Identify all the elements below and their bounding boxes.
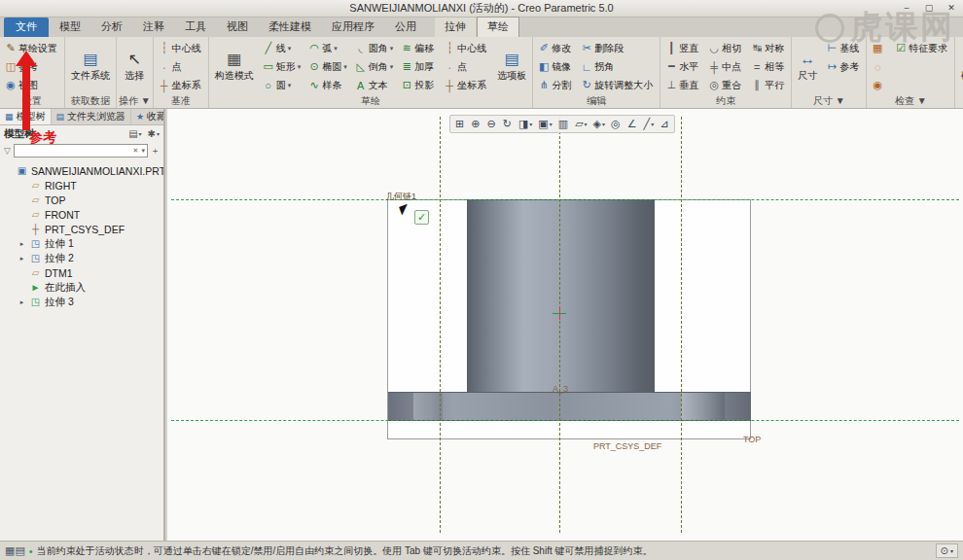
ribbon-button[interactable]: ╪ 中点 <box>705 57 746 76</box>
ribbon-button[interactable]: ◉ <box>869 76 890 94</box>
ribbon-button[interactable]: ▦ 构造模式 <box>211 39 258 94</box>
selection-filter-dropdown[interactable]: ⊙ ▾ <box>936 543 958 558</box>
ribbon-button[interactable]: ▤ 选项板 <box>493 39 530 94</box>
graphics-toolbar-button[interactable]: ⊖ <box>484 118 498 130</box>
chevron-down-icon[interactable]: ▾ <box>141 147 145 155</box>
ribbon-tab[interactable]: 公用 <box>385 18 426 37</box>
model-tree-item[interactable]: ▱ TOP <box>0 192 163 207</box>
ribbon-button[interactable]: ↻ 旋转调整大小 <box>578 76 658 94</box>
base-flange-geometry[interactable] <box>388 392 751 421</box>
maximize-button[interactable]: ▢ <box>921 2 937 15</box>
ribbon-button[interactable]: ↔ 尺寸 <box>794 39 821 94</box>
ribbon-tab[interactable]: 拉伸 <box>435 18 476 37</box>
ribbon-button[interactable]: ○ 圆 ▾ <box>260 76 304 94</box>
clear-icon[interactable]: ✕ <box>133 147 139 155</box>
ribbon-button[interactable]: ▭ 矩形 ▾ <box>260 57 304 76</box>
ribbon-button[interactable]: ⊙ 椭圆 ▾ <box>305 57 350 76</box>
model-tree-menu-button[interactable]: ✱ ▾ <box>148 128 160 139</box>
ribbon-button[interactable]: ≋ 偏移 <box>398 39 439 57</box>
close-button[interactable]: ✕ <box>944 2 959 15</box>
minimize-button[interactable]: – <box>899 2 914 15</box>
model-tree-item[interactable]: ► 在此插入 <box>0 280 163 295</box>
panel-toggle-icon[interactable]: ▦ <box>5 544 15 556</box>
ribbon-tab[interactable]: 注释 <box>133 18 174 37</box>
ribbon-button[interactable]: ∿ 样条 <box>305 76 350 94</box>
ribbon-button[interactable]: ┼ 坐标系 <box>156 76 206 94</box>
ribbon-button[interactable]: ☑ 特征要求 <box>892 39 952 57</box>
ribbon-button[interactable]: ◡ 相切 <box>705 39 746 57</box>
graphics-toolbar-button[interactable]: ⊞ <box>453 118 467 130</box>
model-tree-item[interactable]: ┼ PRT_CSYS_DEF <box>0 222 163 236</box>
vertical-reference-line[interactable] <box>440 117 441 533</box>
ribbon-button[interactable]: ≣ 加厚 <box>398 57 439 76</box>
ribbon-button[interactable]: ∙ 点 <box>156 57 206 76</box>
horizontal-reference-line[interactable] <box>171 199 959 200</box>
ribbon-button[interactable]: ◧ 镜像 <box>535 57 576 76</box>
model-tree-item[interactable]: ▸ ◳ 拉伸 3 <box>0 295 163 309</box>
ribbon-button[interactable]: ⊡ 投影 <box>398 76 439 94</box>
ribbon-button[interactable]: ┆ 中心线 <box>441 39 491 57</box>
graphics-toolbar-button[interactable]: ▱ ▾ <box>573 118 588 130</box>
ribbon-button[interactable]: ↖ 选择 <box>119 39 151 94</box>
ribbon-button[interactable]: ▤ 文件系统 <box>67 39 114 94</box>
ribbon-button[interactable]: ✐ 修改 <box>535 39 576 57</box>
ribbon-button[interactable]: A 文本 <box>352 76 397 94</box>
ribbon-button[interactable]: ◉ 视图 <box>2 76 62 94</box>
graphics-toolbar-button[interactable]: ◨ ▾ <box>517 118 534 130</box>
expand-arrow-icon[interactable]: ▸ <box>18 240 26 248</box>
model-tree-item[interactable]: ▣ SANWEIJIANMOLIANXI.PRT <box>0 163 163 178</box>
ribbon-button[interactable]: ⊥ 垂直 <box>662 76 703 94</box>
ribbon-button[interactable]: ◫ 参考 <box>2 57 62 76</box>
ribbon-button[interactable]: ✂ 删除段 <box>578 39 658 57</box>
expand-arrow-icon[interactable]: ▸ <box>18 298 26 306</box>
filter-funnel-icon[interactable]: ▽ <box>4 146 11 156</box>
ribbon-tab[interactable]: 文件 <box>4 18 49 37</box>
graphics-area[interactable]: ⊞ ⊕ ⊖ ↻ ◨ ▾ ▣ <box>167 109 963 541</box>
ribbon-group-label[interactable]: 操作 ▼ <box>119 94 151 108</box>
navigator-tab[interactable]: ▦ 模型树 <box>0 109 52 124</box>
navigator-tab[interactable]: ★ 收藏夹 <box>131 109 165 124</box>
ribbon-button[interactable]: ∟ 拐角 <box>578 57 658 76</box>
horizontal-reference-line[interactable] <box>171 420 959 421</box>
navigator-tab[interactable]: ▤ 文件夹浏览器 <box>52 109 132 124</box>
graphics-toolbar-button[interactable]: ▥ <box>556 118 571 130</box>
ribbon-button[interactable]: ┼ 坐标系 <box>441 76 491 94</box>
add-filter-button[interactable]: ＋ <box>151 145 160 158</box>
ribbon-tab[interactable]: 模型 <box>50 18 90 37</box>
vertical-reference-line[interactable] <box>559 117 560 533</box>
ribbon-button[interactable]: ∙ 点 <box>441 57 491 76</box>
graphics-toolbar-button[interactable]: ∠ <box>625 118 640 130</box>
ribbon-tab[interactable]: 工具 <box>175 18 216 37</box>
ribbon-group-label[interactable]: 检查 ▼ <box>869 94 952 108</box>
graphics-toolbar-button[interactable]: ◎ <box>609 118 624 130</box>
panel-toggle-icon[interactable]: ▤ <box>15 544 24 556</box>
model-tree-item[interactable]: ▱ RIGHT <box>0 178 163 192</box>
ribbon-button[interactable]: ∥ 平行 <box>748 76 789 94</box>
model-tree-item[interactable]: ▸ ◳ 拉伸 1 <box>0 236 163 251</box>
ribbon-button[interactable]: ↹ 对称 <box>748 39 789 57</box>
graphics-toolbar-button[interactable]: ▣ ▾ <box>536 118 553 130</box>
ribbon-button[interactable]: ┃ 竖直 <box>662 39 703 57</box>
ribbon-tab[interactable]: 草绘 <box>477 17 519 37</box>
ribbon-button[interactable]: ↦ 参考 <box>823 57 864 76</box>
ribbon-button[interactable]: ┆ 中心线 <box>156 39 206 57</box>
graphics-toolbar-button[interactable]: ◈ ▾ <box>591 118 607 130</box>
graphics-toolbar-button[interactable]: ⊕ <box>469 118 482 130</box>
ribbon-button[interactable]: ◺ 倒角 ▾ <box>352 57 397 76</box>
ribbon-button[interactable]: ⊢ 基线 <box>823 39 864 57</box>
graphics-toolbar-button[interactable]: ↻ <box>501 118 515 130</box>
ribbon-button[interactable]: ◎ 重合 <box>705 76 746 94</box>
ribbon-button[interactable]: = 相等 <box>748 57 789 76</box>
cylinder-geometry[interactable] <box>467 199 655 392</box>
ribbon-button[interactable]: ✔ 确定 <box>957 39 963 94</box>
model-tree-item[interactable]: ▱ DTM1 <box>0 265 163 280</box>
ribbon-tab[interactable]: 柔性建模 <box>259 18 321 37</box>
ribbon-button[interactable]: ━ 水平 <box>662 57 703 76</box>
vertical-reference-line[interactable] <box>681 117 682 533</box>
graphics-toolbar-button[interactable]: ╱ ▾ <box>642 118 657 130</box>
expand-arrow-icon[interactable]: ▸ <box>18 255 26 262</box>
ribbon-group-label[interactable]: 尺寸 ▼ <box>794 94 864 108</box>
search-input[interactable]: ✕ ▾ <box>14 144 148 158</box>
ribbon-tab[interactable]: 分析 <box>91 18 132 37</box>
ribbon-button[interactable]: ◌ <box>869 57 890 76</box>
